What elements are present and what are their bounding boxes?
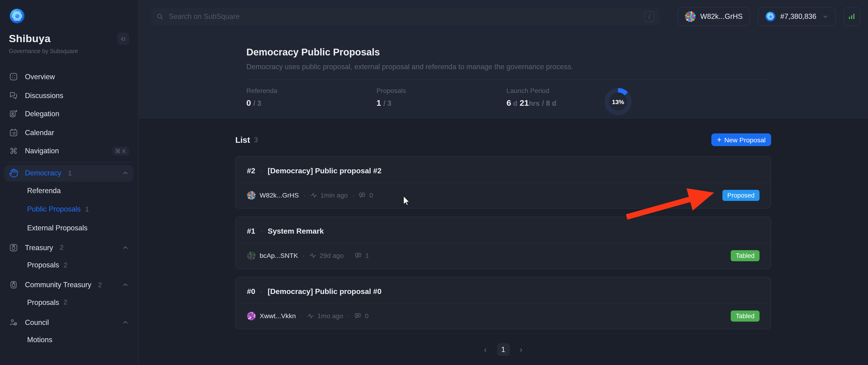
item-count: 1: [85, 205, 89, 213]
list-count: 3: [254, 135, 258, 144]
sidebar-group-treasury[interactable]: Treasury 2: [4, 239, 133, 256]
sidebar-item-motions[interactable]: Motions: [0, 331, 138, 349]
astar-network-logo-icon[interactable]: [9, 8, 25, 24]
proposal-card[interactable]: #2 · [Democracy] Public proposal #2 W82k…: [235, 156, 771, 209]
discussions-icon: [9, 91, 18, 100]
item-count: 2: [64, 261, 67, 269]
group-count: 1: [68, 169, 72, 177]
keyboard-shortcut-badge: ⌘ K: [112, 147, 129, 155]
sidebar-item-label: Referenda: [27, 186, 61, 195]
account-address: W82k...GrHS: [700, 12, 743, 21]
chevron-up-icon: [122, 281, 129, 288]
author-identicon: [247, 312, 256, 321]
pagination-prev-button[interactable]: ‹: [484, 344, 487, 355]
account-chip[interactable]: W82k...GrHS: [678, 7, 750, 26]
comments-count[interactable]: 0: [369, 191, 373, 199]
bar-chart-icon: [847, 12, 856, 21]
sidebar-item-navigation[interactable]: ⌘ Navigation ⌘ K: [0, 142, 138, 160]
item-count: 2: [64, 298, 67, 306]
activity-icon: [307, 312, 314, 320]
list-header: List 3 + New Proposal: [235, 133, 771, 146]
sidebar-group-democracy[interactable]: Democracy 1: [4, 165, 133, 181]
proposal-title[interactable]: System Remark: [268, 227, 324, 235]
sidebar-tagline: Governance by Subsquare: [0, 48, 138, 54]
card-divider: [236, 183, 771, 183]
progress-percent: 13%: [604, 88, 631, 115]
search-input[interactable]: [169, 12, 640, 21]
block-number-chip[interactable]: #7,380,836: [757, 7, 836, 26]
title-separator: ·: [260, 166, 263, 175]
group-count: 2: [60, 244, 64, 251]
treasury-icon: [9, 243, 18, 252]
sidebar-item-discussions[interactable]: Discussions: [0, 86, 138, 105]
slash-shortcut-hint: /: [644, 11, 654, 22]
sidebar-item-public-proposals[interactable]: Public Proposals 1: [0, 200, 138, 218]
sidebar-item-calendar[interactable]: Calendar: [0, 123, 138, 142]
sidebar-group-council[interactable]: Council: [4, 314, 133, 330]
comments-icon: [359, 191, 367, 199]
sidebar-item-external-proposals[interactable]: External Proposals: [0, 218, 138, 237]
delegation-icon: [9, 109, 18, 119]
sidebar-group-community-treasury[interactable]: Community Treasury 2: [4, 276, 133, 293]
sidebar-group-label: Treasury: [25, 243, 53, 251]
title-separator: ·: [260, 287, 263, 296]
sidebar-item-label: Delegation: [25, 110, 59, 118]
summary-stats: Referenda 0 / 3 Proposals 1 / 3 Launch P…: [246, 87, 868, 115]
card-divider: [236, 303, 771, 304]
proposal-title[interactable]: [Democracy] Public proposal #0: [268, 287, 381, 296]
proposal-id: #2: [247, 166, 255, 175]
pagination-next-button[interactable]: ›: [520, 344, 523, 355]
chevron-up-icon: [122, 244, 129, 251]
proposal-author[interactable]: W82k...GrHS: [259, 191, 299, 199]
chevron-up-icon: [122, 318, 129, 326]
top-bar: / W82k...GrHS #7,380,836: [138, 0, 868, 33]
launch-period-progress-ring: 13%: [604, 88, 631, 115]
page-header: Democracy Public Proposals Democracy use…: [138, 33, 868, 120]
proposal-author[interactable]: Xwwt...Vkkn: [259, 312, 296, 320]
proposal-title[interactable]: [Democracy] Public proposal #2: [268, 166, 381, 175]
sidebar-item-label: Overview: [25, 73, 55, 81]
sidebar-item-community-treasury-proposals[interactable]: Proposals 2: [0, 293, 138, 312]
proposal-author[interactable]: bcAp...SNTK: [259, 252, 298, 260]
proposal-card[interactable]: #1 · System Remark bcAp...SNTK · 29d ago…: [235, 216, 771, 269]
block-number: #7,380,836: [780, 12, 816, 21]
activity-icon: [310, 191, 317, 199]
sidebar-item-delegation[interactable]: Delegation: [0, 104, 138, 123]
proposal-card[interactable]: #0 · [Democracy] Public proposal #0 Xwwt…: [235, 277, 771, 329]
sidebar-item-overview[interactable]: Overview: [0, 67, 138, 86]
proposal-time: 1mo ago: [317, 312, 343, 320]
network-stats-button[interactable]: [843, 7, 860, 26]
network-logo-row: [0, 0, 138, 25]
astar-chain-icon: [765, 11, 776, 22]
sidebar-item-referenda[interactable]: Referenda: [0, 181, 138, 200]
sidebar-collapse-button[interactable]: [117, 33, 129, 45]
list-title: List: [235, 135, 250, 145]
account-identicon: [685, 11, 696, 22]
overview-icon: [9, 72, 18, 82]
content-area: List 3 + New Proposal #2 · [Democracy] P…: [138, 120, 868, 365]
pagination-current-page[interactable]: 1: [497, 343, 510, 356]
calendar-icon: [9, 128, 18, 137]
chevron-up-icon: [122, 169, 129, 177]
plus-icon: +: [717, 135, 721, 143]
page-title: Democracy Public Proposals: [246, 33, 868, 58]
comments-count[interactable]: 0: [365, 312, 369, 320]
sidebar-item-label: Navigation: [25, 147, 59, 155]
status-badge: Tabled: [731, 250, 760, 261]
network-name: Shibuya: [9, 33, 51, 45]
sidebar-item-label: Discussions: [25, 91, 63, 99]
pagination: ‹ 1 ›: [235, 343, 771, 356]
comments-count[interactable]: 1: [365, 252, 369, 260]
proposal-id: #0: [247, 287, 255, 296]
activity-icon: [309, 252, 317, 260]
stat-referenda: Referenda 0 / 3: [246, 87, 376, 108]
sidebar-item-treasury-proposals[interactable]: Proposals 2: [0, 256, 138, 274]
new-proposal-button[interactable]: + New Proposal: [711, 133, 771, 146]
page-description: Democracy uses public proposal, external…: [246, 63, 868, 71]
stat-proposals: Proposals 1 / 3: [376, 87, 506, 108]
collapse-sidebar-icon: [120, 35, 127, 42]
search-box[interactable]: /: [151, 8, 660, 25]
app-window: Shibuya Governance by Subsquare Overview…: [0, 0, 868, 365]
status-badge: Tabled: [731, 310, 760, 322]
title-separator: ·: [260, 227, 263, 235]
